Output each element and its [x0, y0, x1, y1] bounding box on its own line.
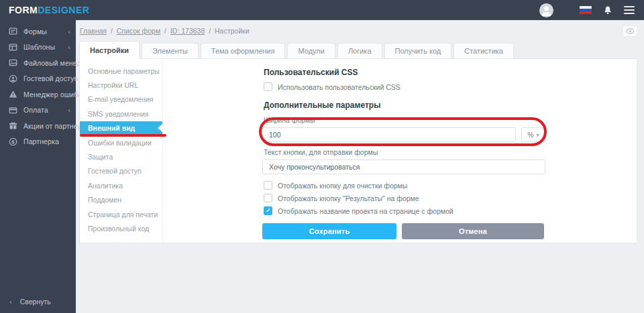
display-options-group: Отображать кнопку для очистки формы Отоб…: [262, 180, 545, 216]
content-header: Главная / Список форм / ID: 173638 / Нас…: [79, 24, 637, 38]
sidebar-item-label: Оплата: [23, 106, 48, 114]
submenu-item-email-notifications[interactable]: E-mail уведомления: [80, 92, 162, 107]
form-width-row: % ▾: [262, 127, 545, 142]
sidebar-item-promotions[interactable]: Акции от партнеров: [0, 118, 76, 134]
show-results-button-label: Отображать кнопку "Результаты" на форме: [278, 194, 419, 202]
tab-bar: Настройки Элементы Тема оформления Модул…: [79, 41, 637, 58]
tab-get-code[interactable]: Получить код: [384, 43, 452, 58]
file-manager-icon: [8, 58, 17, 68]
app-logo: FORMDESIGNER: [0, 5, 89, 15]
submenu-item-url-settings[interactable]: Настройки URL: [80, 78, 162, 92]
submenu-item-guest-access[interactable]: Гостевой доступ: [80, 164, 162, 178]
user-avatar[interactable]: [539, 3, 553, 17]
menu-hamburger-icon[interactable]: [624, 6, 635, 14]
use-custom-css-row: Использовать пользовательский CSS: [264, 82, 545, 92]
sidebar-item-payment[interactable]: Оплата ‹: [0, 103, 76, 119]
breadcrumb-link-forms-list[interactable]: Список форм: [117, 27, 160, 35]
submenu-item-analytics[interactable]: Аналитика: [80, 178, 162, 192]
submenu-item-print-page[interactable]: Страница для печати: [80, 207, 162, 221]
show-results-button-checkbox[interactable]: [264, 194, 272, 202]
sidebar-item-guest-access[interactable]: Гостевой доступ: [0, 71, 76, 87]
show-project-name-checkbox[interactable]: [264, 206, 272, 215]
show-clear-button-label: Отображать кнопку для очистки формы: [278, 182, 407, 190]
show-project-name-row: Отображать название проекта на странице …: [264, 206, 545, 216]
sidebar-item-forms[interactable]: Формы ‹: [0, 23, 76, 40]
chevron-left-icon: ‹: [68, 27, 70, 36]
tab-modules[interactable]: Модули: [287, 43, 335, 58]
chevron-down-icon: ▾: [536, 132, 539, 138]
templates-icon: [8, 42, 17, 52]
breadcrumb-separator: /: [109, 27, 115, 35]
submenu-item-appearance[interactable]: Внешний вид: [80, 121, 162, 135]
submenu-item-protection[interactable]: Защита: [80, 149, 162, 164]
submenu-item-basic-params[interactable]: Основные параметры: [80, 64, 162, 78]
form-width-input[interactable]: [262, 127, 516, 142]
breadcrumb-link-home[interactable]: Главная: [80, 27, 107, 35]
submenu-item-subdomain[interactable]: Поддомен: [80, 193, 162, 207]
tab-logic[interactable]: Логика: [337, 43, 382, 58]
sidebar-nav: Формы ‹ Шаблоны ‹ Файловый менеджер: [0, 20, 76, 149]
breadcrumb: Главная / Список форм / ID: 173638 / Нас…: [79, 27, 250, 35]
eye-icon: [626, 28, 635, 34]
cancel-button[interactable]: Отмена: [402, 223, 544, 239]
sidebar-item-label: Шаблоны: [23, 43, 55, 51]
sidebar-item-label: Формы: [23, 27, 47, 36]
tab-statistics[interactable]: Статистика: [453, 43, 514, 58]
collapse-label: Свернуть: [20, 298, 51, 306]
tab-elements[interactable]: Элементы: [142, 43, 199, 58]
width-unit-select[interactable]: % ▾: [521, 127, 545, 142]
sidebar-collapse-button[interactable]: ‹ Свернуть: [0, 294, 76, 309]
use-custom-css-checkbox[interactable]: [264, 82, 272, 91]
main-content: Главная / Список форм / ID: 173638 / Нас…: [76, 20, 644, 313]
error-manager-icon: [8, 90, 17, 99]
guest-access-icon: [8, 74, 17, 83]
logo-designer-text: DESIGNER: [38, 5, 89, 15]
payment-icon: [8, 105, 17, 115]
show-results-button-row: Отображать кнопку "Результаты" на форме: [264, 193, 545, 203]
forms-icon: [8, 27, 17, 36]
notifications-bell-icon[interactable]: [603, 5, 612, 15]
sidebar-item-file-manager[interactable]: Файловый менеджер: [0, 55, 76, 71]
show-project-name-label: Отображать название проекта на странице …: [278, 207, 453, 215]
language-flag-ru[interactable]: [580, 6, 592, 14]
submenu-item-sms-notifications[interactable]: SMS уведомления: [80, 107, 162, 121]
sidebar-item-affiliate[interactable]: $ Партнерка: [0, 134, 76, 150]
topbar-actions: [539, 3, 644, 17]
breadcrumb-separator: /: [162, 27, 168, 35]
use-custom-css-label: Использовать пользовательский CSS: [278, 83, 400, 91]
form-actions: Сохранить Отмена: [262, 223, 545, 239]
submit-button-text-input[interactable]: [262, 160, 545, 174]
section-title-custom-css: Пользовательский CSS: [264, 68, 545, 77]
tab-settings[interactable]: Настройки: [79, 41, 140, 58]
sidebar-item-error-manager[interactable]: Менеджер ошибок: [0, 86, 76, 103]
preview-button[interactable]: [623, 25, 637, 37]
settings-panel: Основные параметры Настройки URL E-mail …: [79, 58, 637, 243]
logo-form-text: FORM: [9, 5, 38, 15]
breadcrumb-link-form-id[interactable]: ID: 173638: [170, 27, 205, 35]
submenu-item-validation-errors[interactable]: Ошибки валидации: [80, 135, 162, 149]
submit-button-text-label: Текст кнопки, для отправки формы: [264, 148, 545, 156]
tab-theme[interactable]: Тема оформления: [201, 43, 286, 58]
submenu-item-custom-code[interactable]: Произвольный код: [80, 221, 162, 235]
show-clear-button-checkbox[interactable]: [264, 181, 272, 190]
sidebar-item-templates[interactable]: Шаблоны ‹: [0, 40, 76, 56]
breadcrumb-separator: /: [207, 27, 213, 35]
chevron-left-icon: ‹: [68, 43, 70, 51]
sidebar-item-label: Гостевой доступ: [23, 74, 78, 82]
chevron-left-icon: ‹: [9, 298, 12, 306]
form-settings-area: Пользовательский CSS Использовать пользо…: [163, 59, 637, 243]
svg-text:$: $: [11, 139, 15, 145]
breadcrumb-current: Настройки: [215, 27, 250, 35]
width-unit-value: %: [528, 131, 534, 139]
topbar: FORMDESIGNER: [0, 0, 644, 20]
show-clear-button-row: Отображать кнопку для очистки формы: [264, 180, 545, 190]
settings-submenu: Основные параметры Настройки URL E-mail …: [80, 59, 163, 243]
form-width-label: Ширина формы: [264, 116, 545, 124]
chevron-left-icon: ‹: [68, 106, 70, 114]
save-button[interactable]: Сохранить: [262, 223, 396, 239]
dollar-icon: $: [8, 137, 17, 146]
section-title-extra-params: Дополнительные параметры: [264, 101, 545, 110]
sidebar: Формы ‹ Шаблоны ‹ Файловый менеджер: [0, 20, 76, 313]
gift-icon: [8, 121, 17, 131]
person-icon: [539, 3, 553, 17]
